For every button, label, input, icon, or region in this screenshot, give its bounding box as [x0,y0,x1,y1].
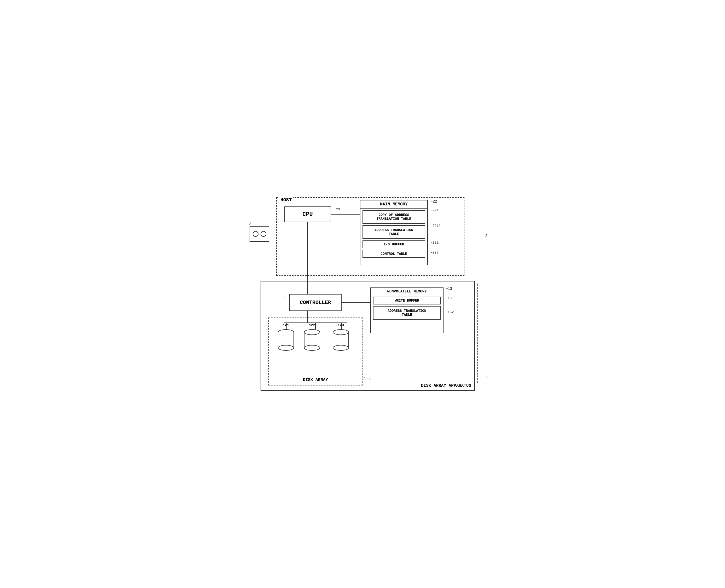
ref-132: -132 [446,310,454,314]
device-circle-1 [253,231,258,237]
address-translation-box: ADDRESS TRANSLATIONTABLE [362,225,425,239]
control-table-box: CONTROL TABLE [362,250,425,258]
svg-point-18 [304,330,320,335]
ref-2: --2 [480,234,488,238]
nonvolatile-memory-box: NONVOLATILE MEMORY WRITE BUFFER ADDRESS … [370,288,443,333]
cpu-label: CPU [303,211,313,218]
ref-221: -221 [431,208,438,212]
disk-array-label: DISK ARRAY [269,378,362,382]
cpu-ref: ~21 [334,207,340,211]
disk-121-icon [277,328,295,352]
svg-point-17 [278,345,294,351]
disk-array-inner-box: DISK ARRAY 121 122 123 [268,317,362,385]
disk-122: 122 [303,323,321,352]
ref-223: -223 [431,251,438,254]
svg-point-21 [304,345,320,351]
main-memory-ref: ~22 [431,200,437,204]
svg-point-25 [333,345,349,351]
ref-222: -222 [431,241,438,245]
cpu-box: CPU [284,207,331,222]
device-circles [253,231,266,237]
disk-array-apparatus-label: DISK ARRAY APPARATUS [421,383,471,388]
ref-1: --1 [481,376,488,380]
disk-122-label: 122 [309,323,315,327]
disk-123-label: 123 [338,323,344,327]
ref-13: ~13 [446,287,452,291]
device [250,226,269,242]
ref-221p: -221' [431,224,441,228]
io-buffer-box: I/O BUFFER [362,240,425,248]
main-memory-title: MAIN MEMORY [360,201,427,209]
controller-ref: 11~ [284,296,290,300]
device-circle-2 [261,231,266,237]
controller-box: CONTROLLER [289,294,341,311]
disk-121-label: 121 [283,323,289,327]
host-label: HOST [279,197,293,203]
device-ref: 3 [249,222,251,226]
copy-address-translation-box: COPY OF ADDRESSTRANSLATION TABLE [362,210,425,224]
nonvolatile-memory-title: NONVOLATILE MEMORY [371,288,443,295]
ref-12: --12 [362,377,371,381]
disk-122-icon [303,328,321,352]
main-memory-box: MAIN MEMORY COPY OF ADDRESSTRANSLATION T… [360,200,428,265]
disk-121: 121 [277,323,295,352]
nv-address-translation-box: ADDRESS TRANSLATIONTABLE [373,306,441,320]
disk-123-icon [332,328,350,352]
disk-123: 123 [332,323,350,352]
write-buffer-box: WRITE BUFFER [373,297,441,304]
diagram: 3 HOST CPU ~21 MAIN MEMORY COPY OF ADDRE… [245,192,480,396]
ref-131: -131 [446,296,454,300]
svg-point-22 [333,330,349,335]
controller-label: CONTROLLER [300,299,331,306]
